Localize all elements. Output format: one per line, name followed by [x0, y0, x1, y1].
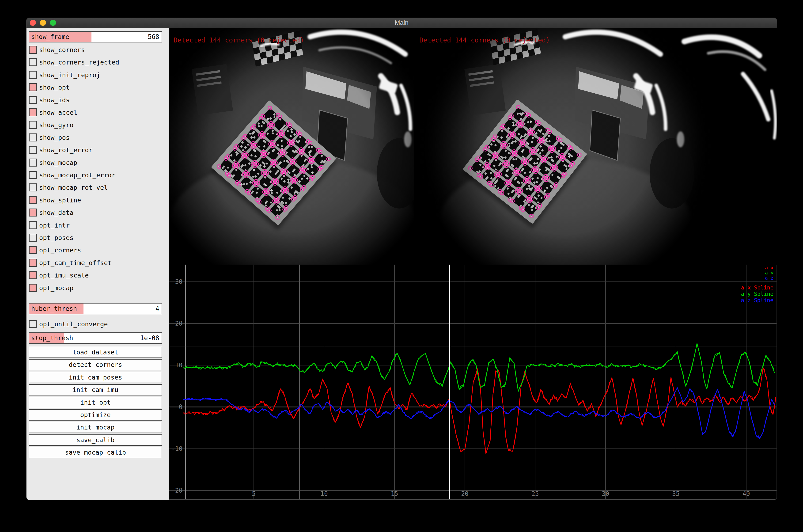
checkbox-show_data[interactable] — [29, 209, 37, 216]
slider-stop_thresh[interactable]: stop_thresh1e-08 — [29, 332, 162, 344]
checkbox-row: show_corners — [29, 45, 167, 55]
button-init_cam_imu[interactable]: init_cam_imu — [29, 384, 162, 396]
legend-entry-spline: a y Spline — [741, 291, 773, 297]
checkbox-show_init_reproj[interactable] — [29, 71, 37, 79]
slider-label: show_frame — [31, 32, 70, 42]
camera-view-right: Detected 144 corners (0 rejected) — [415, 28, 777, 265]
imu-accel-plot[interactable]: 5101520253035403020100-10-20a xa ya za x… — [169, 265, 777, 500]
checkbox-opt_intr[interactable] — [29, 221, 37, 229]
checkbox-label: show_gyro — [39, 120, 73, 130]
checkbox-row: opt_imu_scale — [29, 271, 167, 280]
button-init_opt[interactable]: init_opt — [29, 397, 162, 408]
sidebar: show_frame568show_cornersshow_corners_re… — [26, 28, 169, 500]
checkbox-opt_until_converge[interactable] — [29, 320, 37, 328]
checkbox-opt_poses[interactable] — [29, 234, 37, 242]
checkbox-show_pos[interactable] — [29, 133, 37, 141]
checkbox-show_mocap[interactable] — [29, 158, 37, 167]
slider-show_frame[interactable]: show_frame568 — [29, 31, 162, 42]
button-save_mocap_calib[interactable]: save_mocap_calib — [29, 447, 162, 458]
checkbox-show_corners[interactable] — [29, 46, 37, 54]
window-title: Main — [26, 18, 777, 28]
slider-label: huber_thresh — [31, 304, 77, 314]
checkbox-row: opt_cam_time_offset — [29, 258, 167, 268]
checkbox-show_mocap_rot_vel[interactable] — [29, 184, 37, 191]
slider-huber_thresh[interactable]: huber_thresh4 — [29, 303, 162, 314]
checkbox-label: opt_imu_scale — [39, 271, 89, 280]
checkbox-opt_imu_scale[interactable] — [29, 271, 37, 279]
checkbox-row: show_mocap_rot_error — [29, 171, 167, 180]
series-data-a_z — [184, 388, 775, 438]
checkbox-label: show_ids — [39, 95, 70, 105]
checkbox-show_accel[interactable] — [29, 108, 37, 116]
checkbox-show_rot_error[interactable] — [29, 146, 37, 154]
checkbox-show_mocap_rot_error[interactable] — [29, 171, 37, 179]
y-tick-label: 10 — [175, 362, 183, 369]
legend-entry: a x — [765, 265, 773, 270]
title-bar[interactable]: Main — [26, 18, 777, 28]
checkbox-row: show_ids — [29, 95, 167, 105]
checkbox-label: opt_corners — [39, 246, 81, 255]
button-save_calib[interactable]: save_calib — [29, 434, 162, 446]
checkbox-row: show_data — [29, 208, 167, 217]
checkbox-opt_cam_time_offset[interactable] — [29, 259, 37, 267]
detected-corners-text-left: Detected 144 corners (0 rejected) — [174, 36, 304, 44]
legend-entry-spline: a z Spline — [741, 297, 773, 303]
checkbox-row: show_rot_error — [29, 146, 167, 155]
slider-value: 1e-08 — [140, 333, 159, 343]
detected-corners-text-right: Detected 144 corners (0 rejected) — [419, 36, 550, 44]
checkbox-label: opt_intr — [39, 221, 70, 230]
checkbox-row: show_corners_rejected — [29, 58, 167, 67]
checkbox-row: show_opt — [29, 83, 167, 92]
checkbox-opt_mocap[interactable] — [29, 284, 37, 292]
button-optimize[interactable]: optimize — [29, 409, 162, 421]
y-tick-label: 0 — [179, 403, 183, 411]
checkbox-row: show_mocap — [29, 158, 167, 168]
checkbox-show_corners_rejected[interactable] — [29, 58, 37, 66]
checkbox-label: opt_until_converge — [39, 320, 108, 329]
checkbox-row: opt_poses — [29, 233, 167, 243]
x-tick-label: 5 — [252, 490, 256, 497]
checkbox-row: show_pos — [29, 133, 167, 142]
checkbox-row: opt_corners — [29, 246, 167, 255]
checkbox-row: show_mocap_rot_vel — [29, 183, 167, 192]
checkbox-label: show_mocap — [39, 158, 77, 168]
x-tick-label: 25 — [531, 490, 539, 497]
camera-view-left: Detected 144 corners (0 rejected) — [169, 28, 414, 265]
y-tick-label: 30 — [175, 278, 183, 285]
camera-image-left — [169, 28, 414, 265]
checkbox-row: show_spline — [29, 196, 167, 205]
y-tick-label: 20 — [175, 320, 183, 327]
checkbox-opt_corners[interactable] — [29, 246, 37, 254]
checkbox-row: show_gyro — [29, 120, 167, 130]
slider-value: 568 — [148, 32, 159, 42]
button-detect_corners[interactable]: detect_corners — [29, 359, 162, 370]
checkbox-label: show_rot_error — [39, 146, 93, 155]
slider-label: stop_thresh — [31, 333, 73, 343]
checkbox-row: opt_intr — [29, 221, 167, 230]
checkbox-label: show_init_reproj — [39, 70, 100, 80]
checkbox-show_spline[interactable] — [29, 196, 37, 204]
checkbox-show_gyro[interactable] — [29, 121, 37, 129]
y-tick-label: -20 — [171, 487, 183, 494]
checkbox-label: opt_cam_time_offset — [39, 258, 112, 268]
checkbox-label: show_opt — [39, 83, 70, 92]
checkbox-label: show_corners — [39, 45, 85, 55]
x-tick-label: 30 — [602, 490, 609, 497]
x-tick-label: 20 — [461, 490, 469, 497]
series-spline-a_y — [184, 343, 775, 391]
checkbox-label: opt_poses — [39, 233, 73, 243]
camera-image-right — [415, 28, 777, 265]
slider-value: 4 — [155, 304, 159, 314]
x-tick-label: 40 — [743, 490, 750, 497]
x-tick-label: 10 — [320, 490, 328, 497]
button-init_mocap[interactable]: init_mocap — [29, 422, 162, 433]
checkbox-show_ids[interactable] — [29, 96, 37, 104]
checkbox-row: show_init_reproj — [29, 70, 167, 80]
checkbox-show_opt[interactable] — [29, 83, 37, 91]
button-init_cam_poses[interactable]: init_cam_poses — [29, 372, 162, 383]
button-load_dataset[interactable]: load_dataset — [29, 347, 162, 358]
checkbox-label: show_accel — [39, 108, 77, 117]
checkbox-label: show_mocap_rot_error — [39, 171, 115, 180]
checkbox-label: show_pos — [39, 133, 70, 142]
legend-entry-spline: a x Spline — [741, 285, 773, 291]
